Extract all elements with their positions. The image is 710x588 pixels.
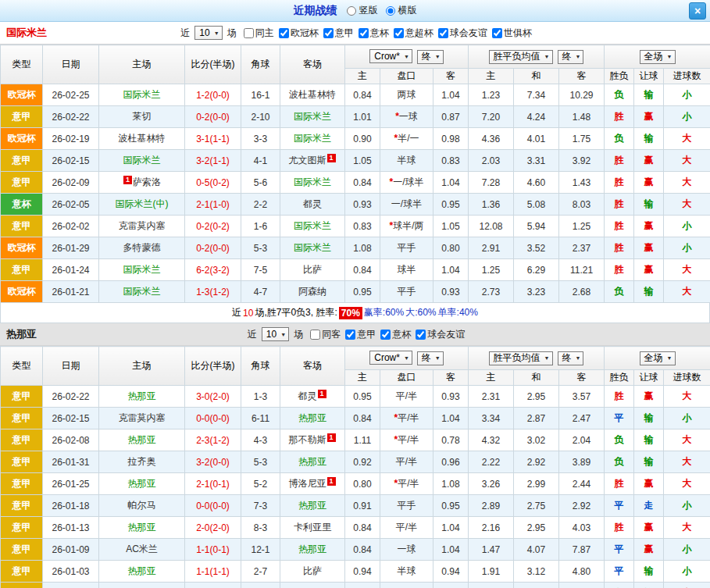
- cell-odds-draw: 3.02: [514, 429, 559, 451]
- cell-score: 3-2(1-1): [185, 150, 241, 172]
- cell-handicap: 平/半: [380, 451, 433, 473]
- crown-final-select[interactable]: 终▼: [417, 50, 444, 64]
- match-count-select[interactable]: 10▼: [194, 26, 222, 40]
- filter-checkbox[interactable]: 意杯: [376, 328, 411, 341]
- col-header: 类型: [1, 45, 43, 84]
- cell-result-handicap: 输: [634, 128, 664, 150]
- cell-crown-away: 1.04: [433, 539, 469, 561]
- team-link: 比萨: [303, 565, 322, 576]
- fullmatch-select[interactable]: 全场▼: [640, 50, 676, 64]
- cell-home-team: 热那亚: [99, 561, 185, 583]
- cell-crown-away: 0.94: [433, 561, 469, 583]
- cell-odds-home: 1.91: [469, 561, 514, 583]
- close-button[interactable]: ×: [689, 2, 706, 20]
- match-count-select[interactable]: 10▼: [262, 327, 289, 341]
- checkbox-球会友谊[interactable]: [416, 330, 426, 340]
- checkbox-意甲[interactable]: [323, 28, 334, 38]
- europe-average-select[interactable]: 胜平负均值▼: [489, 351, 553, 365]
- europe-final-select[interactable]: 终▼: [558, 50, 584, 64]
- table-row: 意甲26-01-03热那亚1-1(1-1)2-7比萨0.94半球0.941.91…: [1, 561, 710, 583]
- table-row: 意甲26-01-13热那亚2-0(2-0)8-3卡利亚里0.84平/半1.042…: [1, 517, 710, 539]
- crown-final-select[interactable]: 终▼: [417, 351, 444, 365]
- cell-corner: 4-3: [241, 429, 280, 451]
- crown-company-select[interactable]: Crow*▼: [369, 351, 412, 365]
- filter-checkbox[interactable]: 意甲: [341, 328, 376, 341]
- cell-away-team: 国际米兰: [280, 128, 345, 150]
- cell-date: 26-02-08: [43, 429, 99, 451]
- red-card-badge: 1: [123, 176, 132, 184]
- team-link: 国际米兰: [123, 155, 161, 166]
- cell-odds-away: 1.48: [559, 106, 605, 128]
- filter-checkbox[interactable]: 世俱杯: [487, 27, 532, 40]
- cell-score: 1-1(0-1): [185, 539, 241, 561]
- table-row: 欧冠杯26-02-25国际米兰1-2(0-0)16-1波杜基林特0.84两球1.…: [1, 84, 710, 106]
- cell-handicap: 球半: [380, 259, 433, 281]
- checkbox-意甲[interactable]: [345, 330, 355, 340]
- cell-result-handicap: 输: [634, 451, 664, 473]
- checkbox-意超杯[interactable]: [394, 28, 404, 38]
- checkbox-世俱杯[interactable]: [492, 28, 502, 38]
- cell-home-team: 热那亚: [99, 429, 185, 451]
- cell-result-handicap: 赢: [634, 106, 664, 128]
- filter-checkbox[interactable]: 意超杯: [389, 27, 433, 40]
- cell-odds-home: 4.36: [469, 128, 514, 150]
- checkbox-意杯[interactable]: [380, 330, 391, 340]
- filter-checkbox[interactable]: 球会友谊: [411, 328, 465, 341]
- cell-handicap: 半球: [380, 561, 433, 583]
- cell-type: 意杯: [1, 194, 43, 216]
- filter-checkbox[interactable]: 意甲: [319, 27, 354, 40]
- cell-result-outcome: 负: [605, 281, 634, 303]
- filter-checkbox[interactable]: 同主: [239, 27, 274, 40]
- cell-odds-home: 1.23: [469, 84, 514, 106]
- europe-average-select[interactable]: 胜平负均值▼: [489, 50, 553, 64]
- sub-col-header: 主: [345, 370, 380, 386]
- summary-part: 近: [232, 306, 241, 319]
- checkbox-球会友谊[interactable]: [438, 28, 448, 38]
- cell-crown-home: 0.84: [345, 259, 380, 281]
- layout-radio-0[interactable]: [347, 6, 356, 16]
- cell-odds-away: 3.92: [559, 150, 605, 172]
- crown-company-select[interactable]: Crow*▼: [369, 49, 412, 63]
- cell-crown-home: 0.83: [345, 216, 380, 237]
- cell-handicap: 平/半: [380, 517, 433, 539]
- cell-type: 欧冠杯: [1, 237, 43, 259]
- europe-final-select[interactable]: 终▼: [558, 351, 584, 365]
- cell-score: 3-1(3-0): [185, 583, 241, 588]
- checkbox-label: 意甲: [335, 27, 354, 40]
- team-link: 国际米兰: [123, 286, 161, 297]
- fullmatch-select[interactable]: 全场▼: [640, 351, 676, 365]
- team-link: 热那亚: [298, 456, 326, 467]
- cell-crown-home: 0.94: [345, 561, 380, 583]
- cell-away-team: 都灵: [280, 194, 345, 216]
- cell-odds-draw: 4.01: [514, 128, 559, 150]
- cell-date: 26-01-29: [43, 237, 99, 259]
- sub-col-header: 胜负: [605, 370, 634, 386]
- cell-handicap: 平/半: [380, 386, 433, 408]
- cell-away-team: 比萨: [280, 561, 345, 583]
- checkbox-意杯[interactable]: [359, 28, 369, 38]
- cell-result-goals: 大: [664, 386, 710, 408]
- filter-checkbox[interactable]: 欧冠杯: [274, 27, 319, 40]
- cell-handicap: *球半/两: [380, 216, 433, 237]
- checkbox-同主[interactable]: [244, 28, 254, 38]
- filter-checkbox[interactable]: 同客: [305, 328, 341, 341]
- cell-crown-away: 1.04: [433, 259, 469, 281]
- cell-odds-draw: 2.87: [514, 408, 559, 429]
- team-link: 热那亚: [298, 500, 326, 511]
- odds-group-header: Crow*▼终▼: [345, 347, 469, 370]
- table-row: 意甲26-02-08热那亚2-3(1-2)4-3那不勒斯11.11*平/半0.7…: [1, 429, 710, 451]
- layout-radio-1[interactable]: [386, 6, 395, 16]
- filter-checkbox[interactable]: 球会友谊: [433, 27, 487, 40]
- table-row: 意甲26-01-31拉齐奥3-2(0-0)5-3热那亚0.92平/半0.962.…: [1, 451, 710, 473]
- cell-away-team: 都灵1: [280, 386, 345, 408]
- cell-result-handicap: 赢: [634, 539, 664, 561]
- checkbox-同客[interactable]: [310, 330, 320, 340]
- layout-radio-label: 横版: [398, 4, 417, 17]
- cell-odds-draw: 4.24: [514, 106, 559, 128]
- summary-part: 赢率:60%: [364, 306, 404, 319]
- cell-type: 意甲: [1, 172, 43, 194]
- checkbox-欧冠杯[interactable]: [279, 28, 289, 38]
- filter-checkbox[interactable]: 意杯: [354, 27, 389, 40]
- cell-corner: 7-5: [241, 259, 280, 281]
- cell-corner: 6-11: [241, 408, 280, 429]
